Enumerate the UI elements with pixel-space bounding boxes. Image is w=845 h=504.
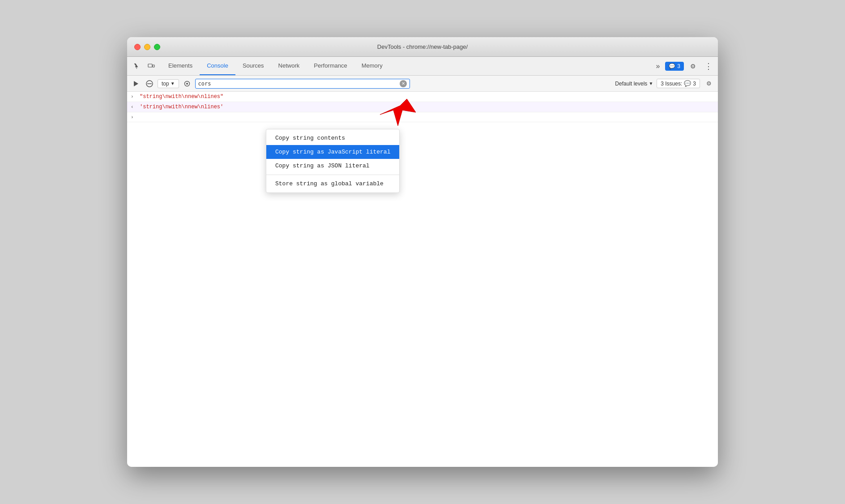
tab-bar-right: » 💬 3 ⚙ ⋮ <box>653 57 714 75</box>
issues-chat-icon: 💬 <box>684 80 691 87</box>
console-output: › "string\nwith\nnew\nlines" ‹ 'string\n… <box>127 92 718 467</box>
console-row-prompt: › <box>127 112 718 122</box>
issues-counter-button[interactable]: 3 Issues: 💬 3 <box>657 79 700 88</box>
window-title: DevTools - chrome://new-tab-page/ <box>377 43 468 50</box>
console-row-output: › "string\nwith\nnew\nlines" <box>127 92 718 102</box>
log-levels-chevron-icon: ▼ <box>649 81 653 86</box>
clear-console-button[interactable] <box>144 78 155 89</box>
console-filter-input[interactable]: ✕ <box>195 79 410 89</box>
log-levels-selector[interactable]: Default levels ▼ <box>615 81 653 87</box>
maximize-button[interactable] <box>154 44 160 50</box>
console-output-value: "string\nwith\nnew\nlines" <box>140 94 714 100</box>
filter-text-input[interactable] <box>198 81 400 87</box>
console-input-value: 'string\nwith\nnew\nlines' <box>140 104 714 110</box>
copy-js-literal-item[interactable]: Copy string as JavaScript literal <box>266 145 399 159</box>
console-settings-button[interactable]: ⚙ <box>704 78 714 89</box>
svg-rect-0 <box>148 64 152 67</box>
inspect-icon[interactable] <box>131 60 143 73</box>
tab-sources[interactable]: Sources <box>235 57 271 75</box>
issues-tab-badge[interactable]: 💬 3 <box>665 62 684 71</box>
return-arrow-icon: ‹ <box>131 104 138 110</box>
copy-string-contents-item[interactable]: Copy string contents <box>266 131 399 145</box>
tab-list: Elements Console Sources Network Perform… <box>161 57 653 75</box>
more-tabs-button[interactable]: » <box>653 60 662 72</box>
chevron-down-icon: ▼ <box>171 81 175 86</box>
svg-marker-2 <box>134 81 138 86</box>
console-toolbar-right: Default levels ▼ 3 Issues: 💬 3 ⚙ <box>615 78 714 89</box>
toolbar-left-icons <box>131 57 158 75</box>
context-selector[interactable]: top ▼ <box>158 79 179 88</box>
close-button[interactable] <box>134 44 141 50</box>
console-toolbar: top ▼ ✕ Default levels ▼ 3 Issues: 💬 3 ⚙ <box>127 76 718 92</box>
devtools-window: DevTools - chrome://new-tab-page/ Elemen… <box>127 37 718 467</box>
store-global-variable-item[interactable]: Store string as global variable <box>266 177 399 191</box>
context-menu: Copy string contents Copy string as Java… <box>266 129 400 193</box>
copy-json-literal-item[interactable]: Copy string as JSON literal <box>266 159 399 173</box>
live-expression-button[interactable] <box>182 78 192 89</box>
device-mode-icon[interactable] <box>145 60 158 73</box>
chat-icon: 💬 <box>669 63 675 69</box>
prompt-arrow-icon: › <box>131 115 138 120</box>
tab-network[interactable]: Network <box>271 57 307 75</box>
menu-divider <box>266 175 399 175</box>
tab-console[interactable]: Console <box>200 57 235 75</box>
tab-performance[interactable]: Performance <box>307 57 354 75</box>
tab-elements[interactable]: Elements <box>161 57 200 75</box>
tab-bar: Elements Console Sources Network Perform… <box>127 57 718 76</box>
tab-memory[interactable]: Memory <box>354 57 390 75</box>
title-bar: DevTools - chrome://new-tab-page/ <box>127 37 718 57</box>
more-options-button[interactable]: ⋮ <box>702 60 714 73</box>
svg-rect-1 <box>153 65 154 67</box>
clear-filter-button[interactable]: ✕ <box>400 80 407 87</box>
console-row-input: ‹ 'string\nwith\nnew\nlines' Copy string… <box>127 102 718 112</box>
expand-arrow-icon[interactable]: › <box>131 94 138 99</box>
run-snippet-button[interactable] <box>131 78 141 89</box>
svg-point-6 <box>186 83 188 85</box>
console-toolbar-left <box>131 78 155 89</box>
traffic-lights <box>134 44 160 50</box>
minimize-button[interactable] <box>144 44 150 50</box>
settings-button[interactable]: ⚙ <box>687 60 699 73</box>
